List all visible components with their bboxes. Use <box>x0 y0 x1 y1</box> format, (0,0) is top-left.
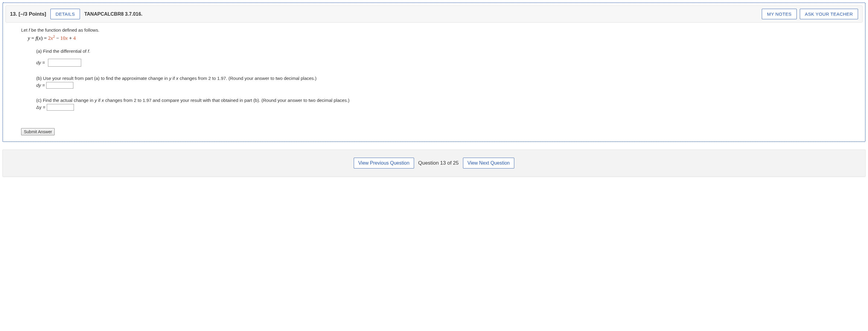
question-body: Let f be the function defined as follows… <box>3 25 865 128</box>
part-a-answer-row: dy = <box>36 59 847 67</box>
question-reference: TANAPCALCBR8 3.7.016. <box>84 11 143 17</box>
question-header: 13. [–/3 Points] DETAILS TANAPCALCBR8 3.… <box>5 5 863 23</box>
part-c: (c) Find the actual change in y if x cha… <box>36 97 847 111</box>
part-a-label: dy = <box>36 60 45 65</box>
equation-term3: 4 <box>73 35 76 41</box>
details-button[interactable]: DETAILS <box>51 9 80 19</box>
part-a: (a) Find the differential of f. dy = <box>36 48 847 67</box>
part-b-input[interactable] <box>46 82 73 89</box>
ask-teacher-button[interactable]: ASK YOUR TEACHER <box>800 9 858 19</box>
header-actions: MY NOTES ASK YOUR TEACHER <box>762 9 858 19</box>
equation-plus: + <box>68 35 73 41</box>
function-equation: y = f(x) = 2x2 − 10x + 4 <box>28 34 847 41</box>
part-a-prompt: (a) Find the differential of f. <box>36 48 847 55</box>
part-c-input[interactable] <box>47 104 74 111</box>
question-position: Question 13 of 25 <box>418 160 459 166</box>
part-c-label: Δy = <box>36 105 45 110</box>
part-c-answer-row: Δy = <box>36 104 847 111</box>
question-nav: View Previous Question Question 13 of 25… <box>2 150 866 177</box>
part-b-label: dy = <box>36 82 45 88</box>
part-b-prompt: (b) Use your result from part (a) to fin… <box>36 75 847 82</box>
prev-question-button[interactable]: View Previous Question <box>354 158 414 168</box>
part-c-prompt: (c) Find the actual change in y if x cha… <box>36 97 847 104</box>
next-question-button[interactable]: View Next Question <box>463 158 514 168</box>
equation-term1: 2x2 <box>48 35 55 41</box>
part-b: (b) Use your result from part (a) to fin… <box>36 75 847 89</box>
equation-minus: − <box>55 35 60 41</box>
question-points: [–/3 Points] <box>19 11 46 17</box>
equation-term2: 10x <box>60 35 68 41</box>
my-notes-button[interactable]: MY NOTES <box>762 9 797 19</box>
submit-answer-button[interactable]: Submit Answer <box>21 128 55 135</box>
question-number: 13. <box>10 11 17 17</box>
question-number-points: 13. [–/3 Points] <box>10 11 46 17</box>
question-container: 13. [–/3 Points] DETAILS TANAPCALCBR8 3.… <box>2 2 866 142</box>
intro-text: Let f be the function defined as follows… <box>21 27 847 33</box>
part-a-input[interactable] <box>48 59 81 67</box>
part-b-answer-row: dy = <box>36 82 847 89</box>
equation-lhs: y = f(x) = <box>28 35 48 41</box>
